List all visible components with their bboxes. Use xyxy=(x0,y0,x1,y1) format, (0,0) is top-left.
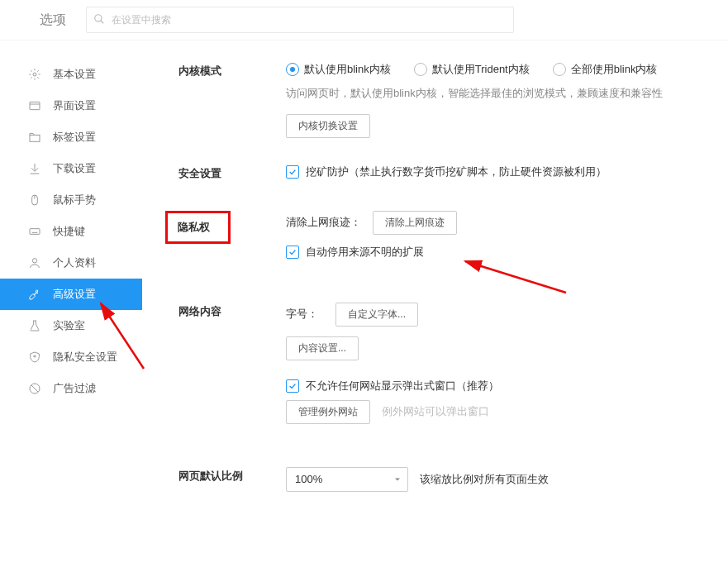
sidebar-item-mouse[interactable]: 鼠标手势 xyxy=(0,184,142,216)
manage-exception-button[interactable]: 管理例外网站 xyxy=(286,400,370,424)
popup-block-checkbox[interactable] xyxy=(286,379,299,393)
kernel-switch-button[interactable]: 内核切换设置 xyxy=(286,114,370,138)
kernel-radio-group: 默认使用blink内核 默认使用Trident内核 全部使用blink内核 xyxy=(286,62,698,77)
sidebar-item-ui[interactable]: 界面设置 xyxy=(0,90,142,122)
sidebar-item-label: 高级设置 xyxy=(53,287,96,302)
page-title: 选项 xyxy=(40,12,66,29)
main: 基本设置 界面设置 标签设置 下载设置 鼠标手势 快捷键 个人资料 高级设置 xyxy=(0,41,728,577)
shield-icon xyxy=(28,350,41,364)
svg-point-2 xyxy=(33,73,36,76)
sidebar-item-label: 基本设置 xyxy=(53,67,96,82)
disable-unknown-ext-checkbox[interactable] xyxy=(286,246,299,259)
mining-protection-label: 挖矿防护（禁止执行数字货币挖矿脚本，防止硬件资源被利用） xyxy=(306,165,607,179)
svg-point-9 xyxy=(32,259,36,263)
svg-rect-8 xyxy=(30,229,40,235)
zoom-select[interactable]: 100% xyxy=(286,467,408,492)
sidebar-item-profile[interactable]: 个人资料 xyxy=(0,247,142,279)
gear-icon xyxy=(28,68,41,81)
section-security: 安全设置 挖矿防护（禁止执行数字货币挖矿脚本，防止硬件资源被利用） xyxy=(178,165,698,184)
flask-icon xyxy=(28,319,41,332)
sidebar-item-basic[interactable]: 基本设置 xyxy=(0,59,142,90)
content-settings-button[interactable]: 内容设置... xyxy=(286,336,359,360)
radio-dot-icon xyxy=(553,63,566,76)
block-icon xyxy=(28,382,41,395)
disable-unknown-ext-label: 自动停用来源不明的扩展 xyxy=(306,245,424,260)
sidebar-item-label: 个人资料 xyxy=(53,255,96,270)
chevron-down-icon xyxy=(393,474,402,484)
section-zoom: 网页默认比例 100% 该缩放比例对所有页面生效 xyxy=(178,467,698,502)
font-label: 字号： xyxy=(286,307,324,322)
clear-trace-button[interactable]: 清除上网痕迹 xyxy=(373,211,457,235)
section-privacy: 隐私权 清除上网痕迹： 清除上网痕迹 自动停用来源不明的扩展 xyxy=(178,211,698,265)
svg-rect-3 xyxy=(30,102,40,109)
mouse-icon xyxy=(28,193,41,207)
radio-blink-all[interactable]: 全部使用blink内核 xyxy=(553,62,658,77)
sidebar-item-label: 广告过滤 xyxy=(53,381,96,396)
sidebar-item-download[interactable]: 下载设置 xyxy=(0,153,142,184)
section-title-privacy: 隐私权 xyxy=(178,221,210,233)
sidebar-item-tabs[interactable]: 标签设置 xyxy=(0,122,142,153)
custom-font-button[interactable]: 自定义字体... xyxy=(335,303,418,327)
radio-trident-default[interactable]: 默认使用Trident内核 xyxy=(414,62,530,77)
mining-protection-checkbox[interactable] xyxy=(286,165,299,179)
content: 内核模式 默认使用blink内核 默认使用Trident内核 全部使用blink… xyxy=(142,41,728,577)
section-title-security: 安全设置 xyxy=(178,165,286,184)
manage-exception-hint: 例外网站可以弹出窗口 xyxy=(382,404,489,419)
privacy-highlight: 隐私权 xyxy=(165,211,231,244)
radio-dot-icon xyxy=(414,63,427,76)
radio-blink-default[interactable]: 默认使用blink内核 xyxy=(286,62,391,77)
sidebar-item-label: 鼠标手势 xyxy=(53,193,96,207)
clear-trace-label: 清除上网痕迹： xyxy=(286,215,361,230)
user-icon xyxy=(28,256,41,269)
svg-line-13 xyxy=(31,385,38,392)
window-icon xyxy=(28,99,41,112)
tabs-icon xyxy=(28,131,41,144)
sidebar-item-privacy[interactable]: 隐私安全设置 xyxy=(0,341,142,373)
section-title-zoom: 网页默认比例 xyxy=(178,467,286,502)
svg-rect-5 xyxy=(30,135,40,141)
zoom-value: 100% xyxy=(295,473,322,485)
search-icon xyxy=(93,13,110,27)
section-title-kernel: 内核模式 xyxy=(178,62,286,138)
sidebar-item-label: 界面设置 xyxy=(53,98,96,113)
popup-block-label: 不允许任何网站显示弹出式窗口（推荐） xyxy=(306,379,499,393)
sidebar: 基本设置 界面设置 标签设置 下载设置 鼠标手势 快捷键 个人资料 高级设置 xyxy=(0,41,142,577)
topbar: 选项 xyxy=(0,0,728,41)
keyboard-icon xyxy=(28,225,41,238)
section-webcontent: 网络内容 字号： 自定义字体... 内容设置... 不允许任何网站显示弹出式窗口… xyxy=(178,303,698,434)
svg-point-0 xyxy=(95,14,102,21)
sidebar-item-label: 快捷键 xyxy=(53,224,85,239)
search-input-wrapper[interactable] xyxy=(86,7,514,33)
radio-dot-icon xyxy=(286,63,299,76)
sidebar-item-label: 下载设置 xyxy=(53,161,96,176)
sidebar-item-adblock[interactable]: 广告过滤 xyxy=(0,373,142,404)
section-kernel: 内核模式 默认使用blink内核 默认使用Trident内核 全部使用blink… xyxy=(178,62,698,138)
download-icon xyxy=(28,162,41,175)
svg-line-1 xyxy=(101,20,104,23)
sidebar-item-lab[interactable]: 实验室 xyxy=(0,310,142,341)
sidebar-item-label: 实验室 xyxy=(53,318,85,333)
sidebar-item-label: 隐私安全设置 xyxy=(53,350,117,365)
wrench-icon xyxy=(28,288,41,301)
section-title-webcontent: 网络内容 xyxy=(178,303,286,434)
sidebar-item-shortcut[interactable]: 快捷键 xyxy=(0,216,142,247)
zoom-desc: 该缩放比例对所有页面生效 xyxy=(420,472,549,487)
search-input[interactable] xyxy=(110,13,507,26)
sidebar-item-advanced[interactable]: 高级设置 xyxy=(0,279,142,310)
kernel-desc: 访问网页时，默认使用blink内核，智能选择最佳的浏览模式，兼顾速度和兼容性 xyxy=(286,85,698,103)
sidebar-item-label: 标签设置 xyxy=(53,130,96,145)
